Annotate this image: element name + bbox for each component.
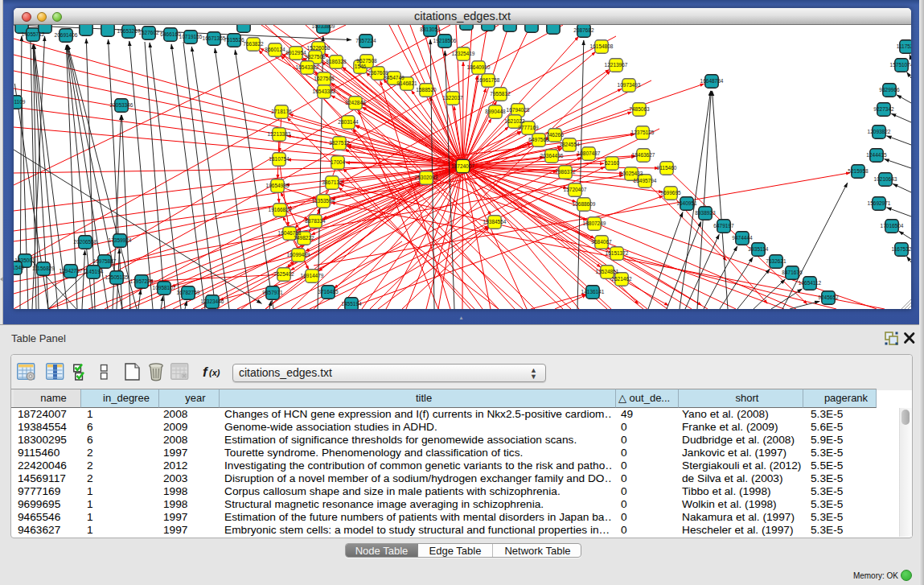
svg-text:20691406: 20691406 [55,32,78,38]
svg-text:10975887: 10975887 [93,258,117,264]
svg-text:25302093: 25302093 [415,175,438,180]
svg-text:19218506: 19218506 [433,38,457,43]
svg-text:8878334: 8878334 [305,218,326,224]
svg-text:15751074: 15751074 [890,62,911,68]
svg-text:391549: 391549 [14,265,24,270]
svg-text:18463627: 18463627 [632,152,655,158]
svg-text:1527602: 1527602 [138,30,159,35]
svg-text:12323446: 12323446 [201,299,224,304]
svg-text:8660124: 8660124 [265,47,285,52]
svg-text:16648784: 16648784 [700,78,724,84]
svg-text:16543382: 16543382 [296,64,319,70]
svg-text:9684067: 9684067 [591,239,612,245]
svg-text:8912954: 8912954 [285,50,306,56]
svg-text:19166829: 19166829 [269,207,292,212]
svg-text:1167532: 1167532 [892,246,911,252]
svg-text:746266: 746266 [546,132,564,138]
svg-text:9329966: 9329966 [879,87,900,93]
svg-text:18724007: 18724007 [451,163,474,169]
svg-text:9857971: 9857971 [262,290,283,295]
svg-text:17004: 17004 [331,159,345,165]
svg-text:6466160: 6466160 [160,31,181,37]
svg-text:3824554: 3824554 [559,142,580,147]
svg-text:1322037: 1322037 [442,95,463,101]
svg-text:12375125: 12375125 [631,130,655,135]
svg-text:16099489: 16099489 [287,252,310,257]
svg-text:1810754: 1810754 [269,156,290,162]
svg-text:(x): (x) [209,368,220,377]
svg-text:17359924: 17359924 [109,237,132,243]
svg-text:f: f [203,365,209,380]
svg-text:10688609: 10688609 [573,201,596,207]
svg-text:15720407: 15720407 [564,187,587,192]
svg-text:14055712: 14055712 [22,31,45,37]
svg-text:6497568: 6497568 [528,137,549,142]
svg-text:19654985: 19654985 [266,183,290,188]
svg-text:16914479: 16914479 [301,273,324,278]
svg-text:9474444: 9474444 [732,235,753,241]
svg-text:1651109: 1651109 [14,99,26,105]
svg-text:3716485: 3716485 [318,289,339,295]
svg-text:10958107: 10958107 [153,285,176,290]
svg-text:2935114: 2935114 [749,246,769,252]
svg-text:9115460: 9115460 [657,165,677,171]
svg-text:12942737: 12942737 [60,268,83,274]
svg-text:10719155: 10719155 [179,34,203,39]
svg-text:12213967: 12213967 [605,62,628,68]
svg-text:8186328: 8186328 [326,59,347,64]
svg-text:7357224: 7357224 [355,38,376,43]
svg-text:16961758: 16961758 [477,77,500,83]
svg-text:8454749: 8454749 [384,75,405,80]
svg-text:9227342: 9227342 [873,106,894,112]
svg-text:2718176: 2718176 [271,109,292,114]
svg-text:19384554: 19384554 [483,219,507,225]
svg-text:1588520: 1588520 [416,87,437,93]
svg-text:14136141: 14136141 [581,289,605,295]
svg-text:1621022: 1621022 [504,118,525,124]
svg-text:6479197: 6479197 [713,223,734,229]
svg-text:1145194: 1145194 [84,269,104,274]
svg-text:7632621: 7632621 [766,258,786,264]
svg-text:7663822: 7663822 [243,41,264,47]
svg-text:1244415: 1244415 [866,152,887,158]
svg-text:12325419: 12325419 [452,51,475,56]
svg-text:10654112: 10654112 [799,280,822,286]
svg-text:10025433: 10025433 [620,171,643,176]
svg-text:10807487: 10807487 [577,150,601,156]
svg-text:16543382: 16543382 [313,89,336,94]
svg-text:2087682: 2087682 [573,27,594,33]
svg-text:1455194: 1455194 [341,301,362,307]
svg-text:2803144: 2803144 [338,119,359,125]
svg-text:9699695: 9699695 [660,190,681,196]
svg-text:10210643: 10210643 [874,176,897,182]
svg-text:3827512: 3827512 [329,140,350,146]
svg-text:13524851: 13524851 [596,269,619,274]
svg-text:5215958: 5215958 [848,168,869,174]
svg-text:16782759: 16782759 [177,290,200,295]
svg-text:10973493: 10973493 [618,82,641,88]
svg-text:20364436: 20364436 [540,153,564,159]
svg-text:12213383: 12213383 [268,131,291,137]
svg-text:9777169: 9777169 [518,125,539,130]
svg-text:1117526: 1117526 [897,43,911,49]
svg-text:9146821: 9146821 [396,80,417,86]
svg-text:16794028: 16794028 [507,107,530,113]
svg-text:9242848: 9242848 [345,100,366,105]
svg-text:8471676: 8471676 [782,270,803,275]
svg-text:8938923: 8938923 [695,210,716,216]
svg-text:18495794: 18495794 [634,178,657,183]
svg-text:20053346: 20053346 [110,102,133,108]
svg-text:18640910: 18640910 [467,64,491,70]
svg-text:17957225: 17957225 [130,278,154,284]
svg-text:7485063: 7485063 [629,106,650,112]
svg-text:12093822: 12093822 [868,129,891,134]
svg-text:1640951: 1640951 [676,200,697,206]
svg-text:9527508: 9527508 [356,58,377,64]
svg-text:11156829: 11156829 [32,266,55,271]
svg-text:1546: 1546 [355,64,367,69]
svg-text:9827508: 9827508 [305,54,326,60]
svg-text:3867130: 3867130 [322,179,343,185]
svg-text:17016504: 17016504 [881,223,904,229]
svg-text:1835001: 1835001 [14,257,35,263]
svg-text:16033809: 16033809 [312,25,335,29]
